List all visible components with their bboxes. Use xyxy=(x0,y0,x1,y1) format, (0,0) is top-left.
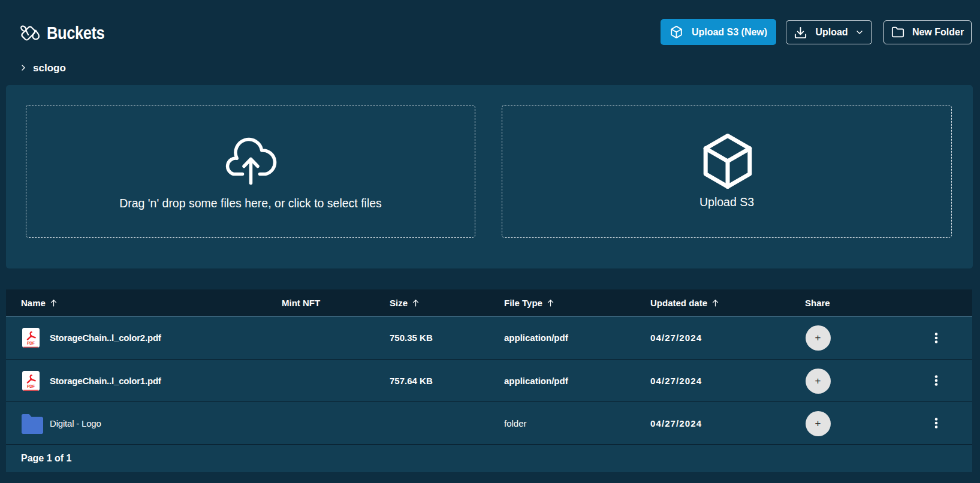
svg-text:PDF: PDF xyxy=(27,341,35,345)
svg-text:PDF: PDF xyxy=(27,384,35,388)
